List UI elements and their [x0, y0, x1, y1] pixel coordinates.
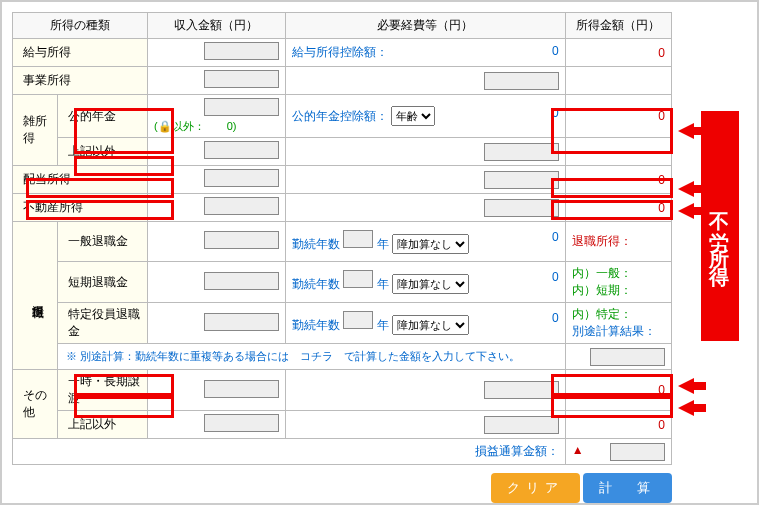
pension-amount: 0 — [565, 95, 671, 138]
realestate-amount: 0 — [565, 194, 671, 222]
lock-icon: 🔒 — [158, 120, 172, 132]
pension-age-select[interactable]: 年齢 — [391, 106, 435, 126]
retire2-income-input[interactable] — [204, 272, 279, 290]
retire-side4: 内）特定： — [572, 307, 632, 321]
other1-income-input[interactable] — [204, 380, 279, 398]
row-retire-3: 特定役員退職金 — [58, 303, 148, 344]
salary-amount: 0 — [565, 39, 671, 67]
retire2-years-input[interactable] — [343, 270, 373, 288]
row-other-group: その他 — [13, 370, 58, 439]
arrow-icon — [678, 123, 694, 139]
clear-button[interactable]: クリア — [491, 473, 580, 503]
business-expense-input[interactable] — [484, 72, 559, 90]
dividend-amount: 0 — [565, 166, 671, 194]
salary-expense-label: 給与所得控除額： — [292, 45, 388, 59]
calc-button[interactable]: 計 算 — [583, 473, 672, 503]
arrow-icon — [678, 181, 694, 197]
retire-side5: 別途計算結果： — [572, 324, 656, 338]
row-business: 事業所得 — [13, 67, 148, 95]
misc-other-expense-input[interactable] — [484, 143, 559, 161]
realestate-expense-input[interactable] — [484, 199, 559, 217]
income-table: 所得の種類 収入金額（円） 必要経費等（円） 所得金額（円） 給与所得 給与所得… — [12, 12, 672, 465]
pension-income-input[interactable] — [204, 98, 279, 116]
row-other-1: 一時・長期譲渡 — [58, 370, 148, 411]
row-misc-group: 雑所得 — [13, 95, 58, 166]
row-misc-other: 上記以外 — [58, 138, 148, 166]
th-type: 所得の種類 — [13, 13, 148, 39]
misc-other-income-input[interactable] — [204, 141, 279, 159]
arrow-icon — [678, 378, 694, 394]
retire-note: ※ 別途計算：勤続年数に重複等ある場合には コチラ で計算した金額を入力して下さ… — [58, 344, 566, 370]
salary-expense-val: 0 — [552, 44, 559, 58]
other2-amount: 0 — [565, 411, 671, 439]
retire-extra-input[interactable] — [590, 348, 665, 366]
th-amount: 所得金額（円） — [565, 13, 671, 39]
retire1-select[interactable]: 障加算なし — [392, 234, 469, 254]
realestate-income-input[interactable] — [204, 197, 279, 215]
retire1-years-input[interactable] — [343, 230, 373, 248]
retire-side1: 退職所得： — [572, 234, 632, 248]
salary-income-input[interactable] — [204, 42, 279, 60]
retire-side3: 内）短期： — [572, 283, 632, 297]
total-label: 損益通算金額： — [13, 439, 566, 465]
other1-amount: 0 — [565, 370, 671, 411]
row-retire-1: 一般退職金 — [58, 222, 148, 262]
sidebar-label: 不労所得 — [701, 111, 739, 341]
other1-expense-input[interactable] — [484, 381, 559, 399]
retire3-income-input[interactable] — [204, 313, 279, 331]
dividend-income-input[interactable] — [204, 169, 279, 187]
retire3-years-input[interactable] — [343, 311, 373, 329]
total-input[interactable] — [610, 443, 665, 461]
row-realestate: 不動産所得 — [13, 194, 148, 222]
arrow-icon — [678, 400, 694, 416]
row-pension: 公的年金 — [58, 95, 148, 138]
row-salary: 給与所得 — [13, 39, 148, 67]
row-other-2: 上記以外 — [58, 411, 148, 439]
business-income-input[interactable] — [204, 70, 279, 88]
other2-expense-input[interactable] — [484, 416, 559, 434]
retire3-select[interactable]: 障加算なし — [392, 315, 469, 335]
arrow-icon — [678, 203, 694, 219]
pension-deduction-label: 公的年金控除額： — [292, 109, 388, 123]
dividend-expense-input[interactable] — [484, 171, 559, 189]
row-dividend: 配当所得 — [13, 166, 148, 194]
row-retire-2: 短期退職金 — [58, 262, 148, 303]
retire-side2: 内）一般： — [572, 266, 632, 280]
th-income: 収入金額（円） — [148, 13, 286, 39]
retire2-select[interactable]: 障加算なし — [392, 274, 469, 294]
pension-deduction-val: 0 — [552, 106, 559, 120]
other2-income-input[interactable] — [204, 414, 279, 432]
th-expense: 必要経費等（円） — [285, 13, 565, 39]
total-mark: ▲ — [572, 443, 584, 457]
row-retire-group: 退職所得 — [13, 222, 58, 370]
retire1-income-input[interactable] — [204, 231, 279, 249]
